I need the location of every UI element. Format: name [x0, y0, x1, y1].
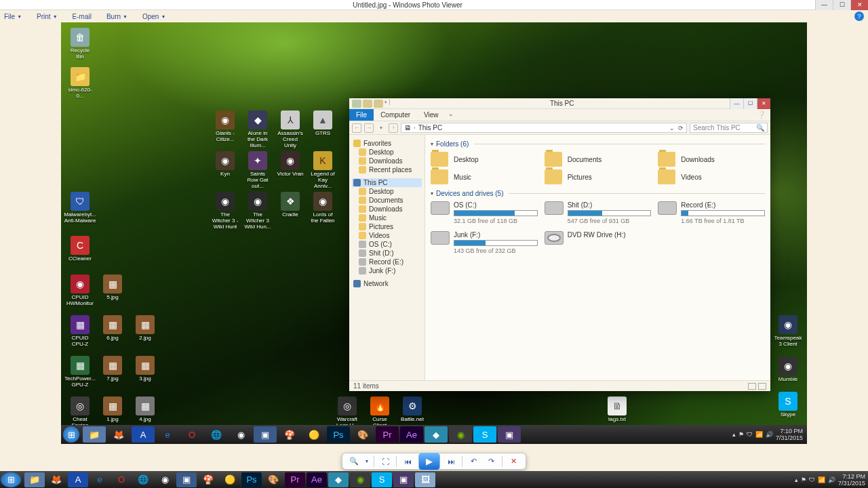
- desktop-icon-3jpg[interactable]: ▦3.jpg: [132, 356, 159, 388]
- host-system-tray[interactable]: ▴ ⚑ 🛡 📶 🔊 7:12 PM7/31/2015: [795, 473, 868, 487]
- maximize-button[interactable]: ☐: [833, 0, 850, 10]
- menu-open[interactable]: Open▼: [142, 13, 165, 20]
- host-app2-icon[interactable]: ▣: [176, 472, 197, 487]
- tray-flag-icon[interactable]: ⚑: [738, 431, 744, 438]
- desktop-icon-teamspeak[interactable]: ◉Teamspeak 3 Client: [774, 315, 802, 347]
- nav-fav-downloads[interactable]: Downloads: [352, 157, 422, 165]
- photo-viewer-titlebar[interactable]: Untitled.jpg - Windows Photo Viewer — ☐ …: [0, 0, 868, 10]
- properties-icon[interactable]: [363, 100, 372, 108]
- tray-network-icon[interactable]: 📶: [755, 431, 763, 438]
- menu-print[interactable]: Print▼: [37, 13, 58, 20]
- desktop-icon-cradle[interactable]: ❖Cradle: [277, 192, 304, 230]
- explorer-search-input[interactable]: Search This PC 🔍: [690, 123, 768, 133]
- host-obs-icon[interactable]: ◉: [155, 472, 175, 487]
- tray-flag-icon[interactable]: ⚑: [801, 476, 806, 483]
- nav-fav-recent[interactable]: Recent places: [352, 165, 422, 174]
- desktop-icon-6jpg[interactable]: ▦6.jpg: [99, 315, 126, 347]
- desktop-icon-saintsrow[interactable]: ✦Saints Row Gat out...: [244, 151, 271, 189]
- desktop-icon-malwarebytes[interactable]: 🛡Malwarebyt... Anti-Malware: [66, 192, 94, 224]
- nav-pc-downloads[interactable]: Downloads: [352, 205, 422, 214]
- rotate-cw-button[interactable]: ↷: [484, 455, 498, 468]
- host-explorer-icon[interactable]: 📁: [24, 472, 45, 487]
- nav-this-pc[interactable]: This PC: [352, 178, 422, 187]
- folder-downloads[interactable]: Downloads: [658, 152, 765, 167]
- desktop-icon-4jpg[interactable]: ▦4.jpg: [132, 396, 159, 428]
- nav-recent-button[interactable]: ▾: [376, 123, 386, 133]
- desktop-icon-cheatengine[interactable]: ◎Cheat Engine: [66, 396, 94, 428]
- drive-c[interactable]: OS (C:)32.1 GB free of 118 GB: [431, 201, 538, 224]
- explorer-close-button[interactable]: [757, 98, 770, 109]
- new-folder-icon[interactable]: [374, 100, 383, 108]
- desktop-icon-kyn[interactable]: ◉Kyn: [212, 151, 239, 189]
- tray-volume-icon[interactable]: 🔊: [766, 431, 773, 438]
- desktop-icon-bnet[interactable]: ⚙Battle.net: [399, 396, 426, 428]
- folder-videos[interactable]: Videos: [658, 169, 765, 184]
- host-app-icon[interactable]: A: [68, 472, 88, 487]
- host-clock[interactable]: 7:12 PM7/31/2015: [838, 473, 865, 487]
- desktop-icon-hwmonitor[interactable]: ◉CPUID HWMonitor: [66, 274, 94, 306]
- taskbar-app2-icon[interactable]: ▣: [254, 426, 277, 443]
- drive-h-dvd[interactable]: DVD RW Drive (H:): [545, 231, 652, 254]
- folder-music[interactable]: Music: [431, 169, 538, 184]
- host-nvidia-icon[interactable]: ◉: [350, 472, 370, 487]
- taskbar-photoshop-icon[interactable]: Ps: [327, 426, 350, 443]
- tray-up-icon[interactable]: ▴: [732, 431, 736, 438]
- drive-e[interactable]: Record (E:)1.66 TB free of 1.81 TB: [658, 201, 765, 224]
- taskbar-opera-icon[interactable]: O: [180, 426, 203, 443]
- tray-up-icon[interactable]: ▴: [795, 476, 798, 483]
- taskbar-app4-icon[interactable]: 🟡: [302, 426, 326, 443]
- taskbar-app3-icon[interactable]: 🍄: [278, 426, 301, 443]
- previous-button[interactable]: ⏮: [401, 455, 414, 468]
- desktop-icon-tags[interactable]: 🗎tags.txt: [604, 396, 631, 422]
- menu-email[interactable]: E-mail: [73, 13, 92, 20]
- nav-up-button[interactable]: ↑: [389, 123, 398, 133]
- ribbon-tab-computer[interactable]: Computer: [374, 109, 417, 121]
- breadcrumb-bar[interactable]: 🖥 › This PC ⌄ ⟳: [401, 123, 687, 133]
- host-premiere-icon[interactable]: Pr: [285, 472, 305, 487]
- zoom-control[interactable]: 🔍▾: [348, 455, 370, 468]
- dropdown-icon[interactable]: ⌄: [669, 125, 675, 131]
- taskbar-nvidia-icon[interactable]: ◉: [449, 426, 472, 443]
- desktop-icon-warcraftlogs[interactable]: ◎Warcraft Logs U...: [334, 396, 361, 428]
- actual-size-button[interactable]: ⛶: [378, 455, 392, 468]
- nav-pc-videos[interactable]: Videos: [352, 231, 422, 240]
- ribbon-tab-view[interactable]: View: [417, 109, 446, 121]
- desktop-icon-gpuz[interactable]: ▦TechPower... GPU-Z: [66, 356, 94, 388]
- next-button[interactable]: ⏭: [444, 455, 458, 468]
- chevron-down-icon[interactable]: ▾ │: [384, 100, 391, 108]
- host-opera-icon[interactable]: O: [111, 472, 132, 487]
- desktop-icon-simc[interactable]: 📁simc-620-0...: [66, 67, 94, 99]
- taskbar-clock[interactable]: 7:10 PM7/31/2015: [776, 428, 803, 441]
- desktop-icon-cpuz[interactable]: ▦CPUID CPU-Z: [66, 315, 94, 347]
- tray-shield-icon[interactable]: 🛡: [747, 431, 753, 438]
- drive-f[interactable]: Junk (F:)143 GB free of 232 GB: [431, 231, 538, 254]
- explorer-help-icon[interactable]: ❔: [753, 109, 770, 121]
- desktop-icon-7jpg[interactable]: ▦7.jpg: [99, 356, 126, 388]
- menu-file[interactable]: File▼: [4, 13, 22, 20]
- view-tiles-icon[interactable]: [758, 383, 766, 390]
- desktop-icon-skype[interactable]: SSkype: [774, 392, 802, 418]
- host-skype-icon[interactable]: S: [372, 472, 392, 487]
- start-button[interactable]: ⊞: [63, 426, 79, 443]
- desktop-icon-giants[interactable]: ◉Giants - Citize...: [212, 110, 239, 148]
- minimize-button[interactable]: —: [815, 0, 833, 10]
- host-ie-icon[interactable]: e: [90, 472, 110, 487]
- desktop-icon-alone[interactable]: ◆Alone in the Dark Illum...: [244, 110, 271, 148]
- taskbar-obs-icon[interactable]: ◉: [229, 426, 252, 443]
- explorer-minimize-button[interactable]: [730, 98, 743, 109]
- taskbar-paint-icon[interactable]: 🎨: [351, 426, 374, 443]
- desktop-icon-ccleaner[interactable]: CCCleaner: [66, 236, 94, 262]
- host-app6-icon[interactable]: ▣: [393, 472, 414, 487]
- desktop-icon-5jpg[interactable]: ▦5.jpg: [99, 274, 126, 306]
- host-paint-icon[interactable]: 🎨: [263, 472, 283, 487]
- desktop-icon-legendkay[interactable]: KLegend of Kay Anniv...: [309, 151, 336, 189]
- desktop-icon-1jpg[interactable]: ▦1.jpg: [99, 396, 126, 428]
- nav-favorites[interactable]: Favorites: [352, 139, 422, 148]
- taskbar-ie-icon[interactable]: e: [156, 426, 179, 443]
- desktop-icon-victorvran[interactable]: ◉Victor Vran: [277, 151, 304, 189]
- tray-shield-icon[interactable]: 🛡: [809, 476, 815, 483]
- folder-pictures[interactable]: Pictures: [545, 169, 652, 184]
- host-photoshop-icon[interactable]: Ps: [241, 472, 262, 487]
- help-icon[interactable]: ?: [854, 12, 864, 21]
- explorer-titlebar[interactable]: ▾ │ This PC: [349, 98, 770, 109]
